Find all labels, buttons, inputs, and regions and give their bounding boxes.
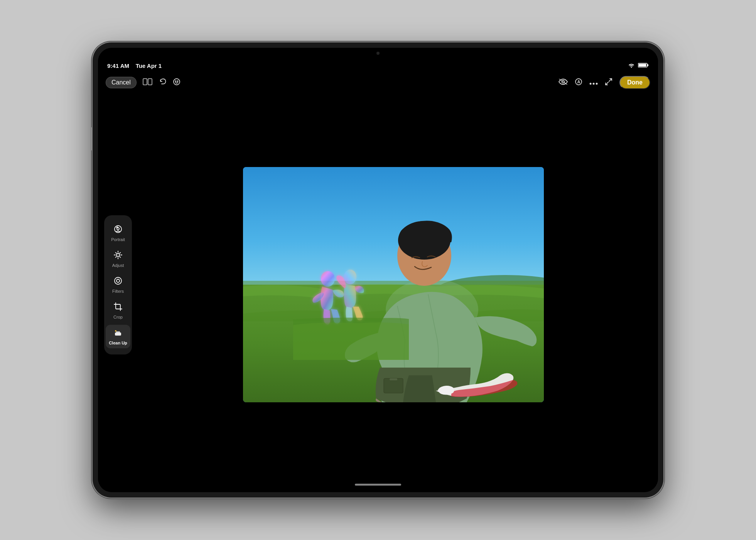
- svg-rect-3: [143, 79, 147, 85]
- bottom-bar: [98, 477, 658, 492]
- svg-line-15: [609, 79, 612, 81]
- crop-label: Crop: [113, 315, 123, 319]
- sidebar: Portrait Adjust: [104, 215, 132, 354]
- svg-rect-4: [148, 79, 152, 85]
- adjust-icon: [113, 250, 123, 262]
- wifi-icon: [628, 62, 635, 69]
- cleanup-icon: [113, 328, 123, 339]
- svg-point-5: [174, 79, 180, 85]
- cleanup-label: Clean Up: [109, 341, 127, 345]
- photo-display: [243, 167, 544, 402]
- ipad-device: 9:41 AM Tue Apr 1: [93, 42, 663, 498]
- photo-container[interactable]: [132, 93, 658, 477]
- time-display: 9:41 AM: [107, 62, 129, 69]
- svg-point-34: [321, 271, 335, 287]
- pen-icon[interactable]: A: [575, 78, 582, 88]
- svg-point-24: [115, 330, 116, 332]
- svg-rect-31: [390, 378, 397, 380]
- sidebar-item-cleanup[interactable]: Clean Up: [106, 325, 130, 348]
- svg-line-16: [606, 82, 608, 85]
- svg-point-18: [117, 228, 119, 230]
- portrait-label: Portrait: [111, 237, 125, 242]
- home-indicator[interactable]: [355, 484, 401, 486]
- smiley-icon[interactable]: [173, 78, 181, 88]
- toolbar-right: A: [559, 76, 650, 89]
- status-right: [628, 62, 649, 69]
- status-time: 9:41 AM Tue Apr 1: [107, 62, 162, 69]
- eye-icon[interactable]: [559, 78, 568, 87]
- filters-icon: [113, 276, 123, 288]
- sidebar-item-adjust[interactable]: Adjust: [106, 247, 130, 271]
- svg-point-7: [177, 81, 178, 81]
- svg-rect-1: [647, 64, 648, 66]
- svg-point-21: [116, 279, 120, 282]
- camera-dot: [376, 52, 380, 55]
- svg-point-6: [175, 81, 176, 81]
- svg-point-14: [596, 83, 598, 84]
- svg-point-17: [115, 226, 122, 233]
- sidebar-item-crop[interactable]: Crop: [106, 299, 130, 322]
- adjust-label: Adjust: [112, 263, 124, 268]
- undo-icon[interactable]: [159, 78, 167, 88]
- svg-rect-30: [384, 378, 403, 393]
- svg-point-19: [116, 253, 120, 256]
- portrait-icon: [113, 224, 123, 236]
- main-area: Portrait Adjust: [98, 93, 658, 477]
- svg-point-12: [590, 83, 592, 84]
- status-bar: 9:41 AM Tue Apr 1: [98, 59, 658, 73]
- sidebar-item-portrait[interactable]: Portrait: [106, 221, 130, 245]
- done-button[interactable]: Done: [619, 76, 650, 89]
- svg-point-35: [344, 270, 356, 284]
- tablet-screen: 9:41 AM Tue Apr 1: [98, 48, 658, 492]
- svg-rect-22: [115, 332, 121, 336]
- filters-label: Filters: [112, 289, 124, 294]
- svg-rect-23: [116, 331, 120, 333]
- svg-rect-25: [243, 167, 544, 290]
- cancel-button[interactable]: Cancel: [106, 77, 137, 88]
- crop-icon: [113, 302, 123, 314]
- expand-icon[interactable]: [605, 78, 613, 88]
- toolbar-left: Cancel: [106, 77, 181, 88]
- more-icon[interactable]: [589, 79, 598, 87]
- battery-icon: [638, 62, 649, 69]
- svg-point-20: [115, 277, 122, 284]
- grid-view-icon[interactable]: [143, 78, 153, 87]
- svg-text:A: A: [577, 79, 580, 84]
- date-display: Tue Apr 1: [136, 62, 162, 69]
- svg-point-13: [593, 83, 595, 84]
- toolbar: Cancel: [98, 73, 658, 93]
- svg-rect-2: [639, 64, 646, 66]
- camera-bar: [98, 48, 658, 59]
- sidebar-item-filters[interactable]: Filters: [106, 273, 130, 297]
